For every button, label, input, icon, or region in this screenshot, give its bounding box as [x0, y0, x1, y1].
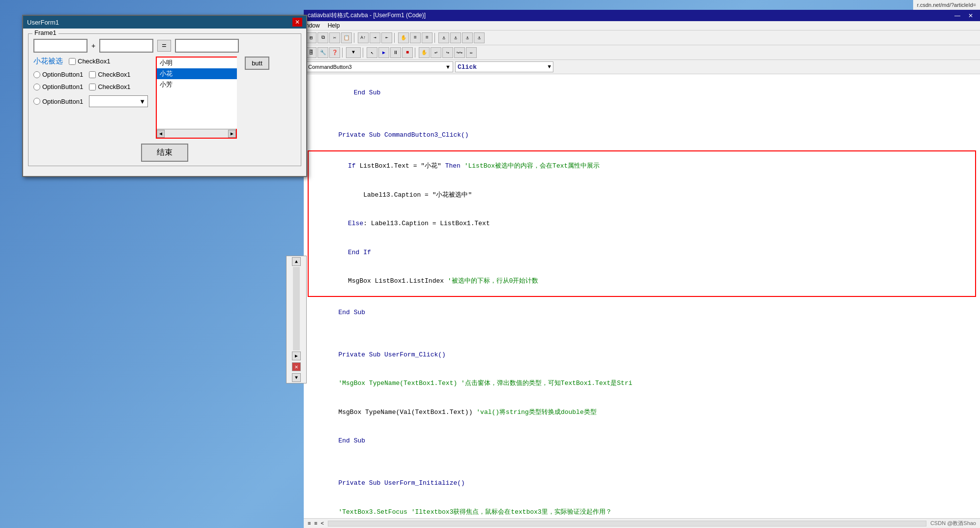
tb-align2-icon[interactable]: ≡ [422, 32, 432, 43]
checkbox3-input[interactable] [89, 84, 96, 90]
combo-arrow-icon[interactable]: ▼ [139, 98, 145, 105]
option2-radio[interactable] [33, 84, 40, 90]
tb-hand2-icon[interactable]: ✋ [419, 47, 430, 58]
end-btn-row: 结束 [33, 144, 296, 162]
checkbox1-input[interactable] [69, 58, 76, 65]
listbox-horizontal-scrollbar[interactable]: ◀ ▶ [157, 129, 236, 138]
minimize-icon[interactable]: — [951, 12, 963, 19]
scroll-track-v[interactable] [293, 267, 300, 351]
userform-click-sub: Private Sub UserForm_Click() 'MsgBox Typ… [308, 340, 976, 455]
scroll-up-btn[interactable]: ▲ [292, 257, 301, 266]
code-editor[interactable]: End Sub Private Sub CommandButton3_Click… [304, 74, 980, 518]
blank-2 [308, 329, 976, 339]
textbox2-input[interactable] [99, 39, 153, 53]
vba-ide-window: catiavba\转格式.catvba - [UserForm1 (Code)]… [304, 10, 980, 528]
tb-help2-icon[interactable]: ❓ [329, 47, 340, 58]
butt-button[interactable]: butt [245, 57, 269, 70]
main-content-row: 小花被选 CheckBox1 OptionButton1 [33, 57, 296, 139]
selector-bar: CommandButton3 ▼ Click ▼ [304, 60, 980, 74]
textbox-row: + = [33, 39, 296, 53]
scroll-down-btn2[interactable]: ▼ [292, 373, 301, 382]
listbox-item-0[interactable]: 小明 [157, 58, 237, 68]
listbox[interactable]: 小明 小花 小芳 [157, 58, 237, 129]
tb-redo-icon[interactable]: ↪ [442, 47, 453, 58]
listbox-item-2[interactable]: 小芳 [157, 79, 237, 90]
close-icon[interactable]: ✕ [965, 12, 976, 19]
tb-outdent-icon[interactable]: ⇤ [381, 32, 392, 43]
tb-anchor4-icon[interactable]: ⚓ [474, 32, 485, 43]
vba-window-controls: — ✕ [951, 12, 976, 19]
object-selector[interactable]: CommandButton3 ▼ [306, 61, 453, 72]
object-selector-arrow[interactable]: ▼ [445, 64, 451, 70]
listbox-item-1[interactable]: 小花 [157, 68, 237, 79]
scroll-x-icon[interactable]: ✕ [292, 362, 301, 371]
tb-hand-icon[interactable]: ✋ [398, 32, 409, 43]
tb-anchor3-icon[interactable]: ⚓ [462, 32, 473, 43]
tb-pause-icon[interactable]: ⏸ [390, 47, 401, 58]
code-else-line: Else: Label13.Caption = ListBox1.Text [310, 209, 974, 238]
tb-cut-icon[interactable]: ✂ [329, 32, 340, 43]
scroll-left-btn[interactable]: ◀ [157, 130, 165, 138]
option3-radio[interactable] [33, 98, 40, 105]
tb-fontsize-icon[interactable]: A↑ [358, 32, 369, 43]
checkbox2-input[interactable] [89, 71, 96, 78]
scroll-right-btn[interactable]: ▶ [228, 130, 236, 138]
tb-db-icon[interactable]: 🗄 [306, 47, 317, 58]
code-end-sub-2: End Sub [308, 298, 976, 327]
scroll-right-arrow[interactable]: ▶ [292, 352, 301, 360]
plus-label: + [91, 42, 95, 50]
tb-anchor-icon[interactable]: ⚓ [438, 32, 449, 43]
code-comment-typename: 'MsgBox TypeName(TextBox1.Text) '点击窗体，弹出… [308, 369, 976, 398]
frame1: Frame1 + = 小花被选 C [28, 33, 301, 166]
checkbox3-group: CheckBox1 [89, 83, 130, 90]
tb-dropdown-icon[interactable]: ▼ [346, 47, 361, 58]
tb-anchor2-icon[interactable]: ⚓ [450, 32, 461, 43]
userform-title: UserForm1 [27, 19, 59, 26]
textbox1-input[interactable] [33, 39, 87, 53]
option2-label: OptionButton1 [42, 83, 83, 90]
checkbox1-label: CheckBox1 [78, 58, 110, 65]
sep1 [354, 33, 356, 43]
tb-copy-icon[interactable]: ⧉ [317, 32, 328, 43]
tb-cursor-icon[interactable]: ↖ [367, 47, 377, 58]
proc-selector-arrow[interactable]: ▼ [548, 64, 551, 70]
tb-align1-icon[interactable]: ≡ [410, 32, 421, 43]
controls-row-3: OptionButton1 CheckBox1 [33, 83, 148, 90]
menu-window[interactable]: ndow [306, 22, 320, 29]
tb-paste-icon[interactable]: 📋 [341, 32, 352, 43]
status-bar: ≡ ≡ < CSDN @教酒Shao [304, 518, 980, 528]
tb-indent-icon[interactable]: ⇥ [370, 32, 380, 43]
checkbox3-label: CheckBox1 [98, 83, 130, 90]
status-position: ≡ ≡ < [308, 521, 324, 527]
tb-grid-icon[interactable]: ⊞ [306, 32, 317, 43]
tb-edit-icon[interactable]: ✏ [466, 47, 477, 58]
sep3 [434, 33, 436, 43]
right-scroll-panel[interactable]: ▲ ▶ ✕ ▼ [286, 256, 307, 383]
tb-play-icon[interactable]: ▶ [378, 47, 389, 58]
menu-help[interactable]: Help [328, 22, 340, 29]
end-button[interactable]: 结束 [141, 144, 188, 162]
userform-titlebar: UserForm1 ✕ [23, 16, 306, 29]
code-userform-click: Private Sub UserForm_Click() [308, 340, 976, 369]
combobox1[interactable]: ▼ [89, 95, 148, 107]
tb-stop-icon[interactable]: ■ [402, 47, 413, 58]
code-userform-init: Private Sub UserForm_Initialize() [308, 469, 976, 498]
tb-redo2-icon[interactable]: ↪↪ [454, 47, 465, 58]
scroll-track[interactable] [165, 130, 228, 138]
code-label13-line: Label13.Caption = "小花被选中" [310, 180, 974, 209]
tb-tool-icon[interactable]: 🔧 [317, 47, 328, 58]
option2-group: OptionButton1 [33, 83, 83, 90]
code-end-sub-3: End Sub [308, 427, 976, 456]
option1-radio[interactable] [33, 71, 40, 78]
proc-selector[interactable]: Click ▼ [455, 61, 553, 72]
listbox-wrapper: 小明 小花 小芳 ◀ ▶ [156, 57, 237, 139]
object-selector-value: CommandButton3 [308, 64, 352, 70]
tb-undo-icon[interactable]: ↩ [431, 47, 441, 58]
checkbox2-label: CheckBox1 [98, 71, 130, 78]
textbox3-input[interactable] [175, 39, 239, 53]
vba-titlebar: catiavba\转格式.catvba - [UserForm1 (Code)]… [304, 10, 980, 21]
copyright: CSDN @教酒Shao [930, 520, 976, 527]
blank-1 [308, 109, 976, 119]
userform-close-button[interactable]: ✕ [292, 18, 302, 27]
scroll-thumb[interactable] [328, 521, 926, 527]
